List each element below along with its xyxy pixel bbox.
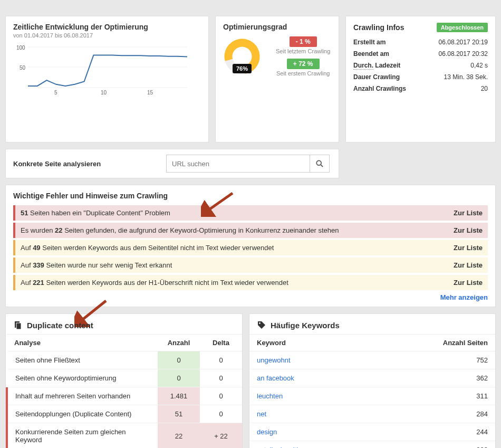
dup-delta: 0 (200, 405, 242, 423)
error-row[interactable]: Auf 49 Seiten werden Keywords aus dem Se… (13, 240, 488, 255)
error-link[interactable]: Zur Liste (454, 279, 483, 287)
dup-delta: 0 (200, 351, 242, 369)
error-row[interactable]: Es wurden 22 Seiten gefunden, die aufgru… (13, 223, 488, 238)
dup-col-analysis: Analyse (7, 335, 158, 351)
kw-title: Häufige Keywords (271, 321, 340, 330)
table-row[interactable]: leuchten311 (249, 387, 495, 405)
keyword-link[interactable]: ungewohnt (257, 356, 291, 364)
error-row[interactable]: 51 Seiten haben ein "Duplicate Content" … (13, 205, 488, 221)
info-title: Crawling Infos (353, 23, 404, 32)
dup-delta: + 22 (200, 423, 242, 449)
dup-count: 0 (158, 369, 200, 387)
errors-panel: Wichtige Fehler und Hinweise zum Crawlin… (5, 185, 496, 307)
info-label: Erstellt am (353, 39, 386, 46)
svg-text:15: 15 (147, 90, 153, 96)
table-row[interactable]: net284 (249, 405, 495, 423)
optimization-percent: 76% (233, 64, 252, 73)
errors-title: Wichtige Fehler und Hinweise zum Crawlin… (13, 192, 488, 200)
svg-text:50: 50 (20, 65, 26, 71)
optimization-panel: Optimierungsgrad 76% - 1 % Seit letztem … (215, 16, 339, 142)
status-badge: Abgeschlossen (437, 23, 488, 32)
svg-point-18 (259, 322, 261, 324)
diff-last-badge: - 1 % (290, 36, 317, 47)
search-title: Konkrete Seite analysieren (13, 160, 166, 168)
info-value: 0,42 s (470, 62, 488, 69)
keyword-count: 752 (371, 351, 495, 369)
kw-col-count: Anzahl Seiten (371, 335, 495, 351)
timeline-chart: 100 50 5 10 15 (13, 43, 201, 97)
keyword-count: 362 (371, 369, 495, 387)
timeline-panel: Zeitliche Entwicklung der Optimierung vo… (5, 16, 209, 142)
keywords-panel: Häufige Keywords Keyword Anzahl Seiten u… (249, 313, 496, 448)
table-row[interactable]: Seiten ohne Keywordoptimierung00 (7, 369, 242, 387)
tag-icon (257, 320, 266, 330)
table-row[interactable]: ungewohnt752 (249, 351, 495, 369)
dup-count: 1.481 (158, 387, 200, 405)
error-text: Auf 49 Seiten werden Keywords aus dem Se… (21, 244, 454, 252)
svg-line-11 (321, 165, 323, 167)
table-row[interactable]: catellani smith223 (249, 441, 495, 449)
info-label: Dauer Crawling (353, 73, 400, 81)
keyword-link[interactable]: net (257, 410, 266, 418)
keyword-link[interactable]: leuchten (257, 392, 283, 400)
optimization-donut: 76% (223, 37, 261, 75)
error-row[interactable]: Auf 221 Seiten werden Keywords aus der H… (13, 275, 488, 290)
dup-label: Inhalt auf mehreren Seiten vorhanden (7, 387, 158, 405)
dup-label: Seiten ohne Keywordoptimierung (7, 369, 158, 387)
keyword-link[interactable]: design (257, 428, 277, 436)
error-row[interactable]: Auf 339 Seiten wurde nur sehr wenig Text… (13, 258, 488, 273)
info-value: 20 (481, 85, 488, 92)
duplicate-content-panel: Duplicate content Analyse Anzahl Delta S… (5, 313, 243, 448)
info-value: 06.08.2017 20:19 (439, 39, 488, 46)
svg-text:5: 5 (54, 90, 57, 96)
info-value: 06.08.2017 20:32 (439, 50, 488, 58)
dup-delta: 0 (200, 387, 242, 405)
table-row[interactable]: design244 (249, 423, 495, 441)
more-link[interactable]: Mehr anzeigen (13, 293, 488, 301)
error-link[interactable]: Zur Liste (454, 226, 483, 234)
info-label: Anzahl Crawlings (353, 85, 406, 92)
dup-col-delta: Delta (200, 335, 242, 351)
diff-first-badge: + 72 % (287, 59, 320, 69)
dup-label: Konkurrierende Seiten zum gleichen Keywo… (7, 423, 158, 449)
dup-label: Seitendopplungen (Duplicate Content) (7, 405, 158, 423)
table-row[interactable]: Konkurrierende Seiten zum gleichen Keywo… (7, 423, 242, 449)
svg-point-10 (316, 160, 321, 165)
dup-delta: 0 (200, 369, 242, 387)
dup-count: 0 (158, 351, 200, 369)
error-text: Auf 221 Seiten werden Keywords aus der H… (21, 279, 454, 287)
svg-rect-17 (16, 323, 21, 329)
keyword-link[interactable]: catellani smith (257, 446, 300, 448)
error-text: 51 Seiten haben ein "Duplicate Content" … (21, 209, 454, 217)
table-row[interactable]: Seiten ohne Fließtext00 (7, 351, 242, 369)
keyword-count: 223 (371, 441, 495, 449)
timeline-title: Zeitliche Entwicklung der Optimierung (13, 23, 201, 31)
dup-col-count: Anzahl (158, 335, 200, 351)
crawling-info-panel: Crawling Infos Abgeschlossen Erstellt am… (345, 16, 496, 142)
timeline-subtitle: von 01.04.2017 bis 06.08.2017 (13, 32, 201, 39)
info-label: Beendet am (353, 50, 389, 58)
error-text: Auf 339 Seiten wurde nur sehr wenig Text… (21, 261, 454, 269)
documents-icon (13, 320, 23, 330)
svg-text:100: 100 (16, 45, 25, 51)
info-label: Durch. Ladezeit (353, 62, 400, 69)
url-search-button[interactable] (310, 155, 330, 173)
since-last: Seit letztem Crawling (276, 48, 330, 54)
dup-count: 22 (158, 423, 200, 449)
keyword-link[interactable]: an facebook (257, 374, 294, 382)
error-link[interactable]: Zur Liste (454, 209, 483, 217)
error-text: Es wurden 22 Seiten gefunden, die aufgru… (21, 226, 454, 234)
optimization-title: Optimierungsgrad (223, 23, 331, 31)
svg-text:10: 10 (101, 90, 107, 96)
error-link[interactable]: Zur Liste (454, 244, 483, 252)
url-search-input[interactable] (166, 155, 310, 173)
dup-title: Duplicate content (27, 321, 93, 330)
table-row[interactable]: Inhalt auf mehreren Seiten vorhanden1.48… (7, 387, 242, 405)
keyword-count: 311 (371, 387, 495, 405)
table-row[interactable]: Seitendopplungen (Duplicate Content)510 (7, 405, 242, 423)
table-row[interactable]: an facebook362 (249, 369, 495, 387)
dup-label: Seiten ohne Fließtext (7, 351, 158, 369)
keyword-count: 284 (371, 405, 495, 423)
error-link[interactable]: Zur Liste (454, 261, 483, 269)
url-search-panel: Konkrete Seite analysieren (5, 149, 339, 178)
